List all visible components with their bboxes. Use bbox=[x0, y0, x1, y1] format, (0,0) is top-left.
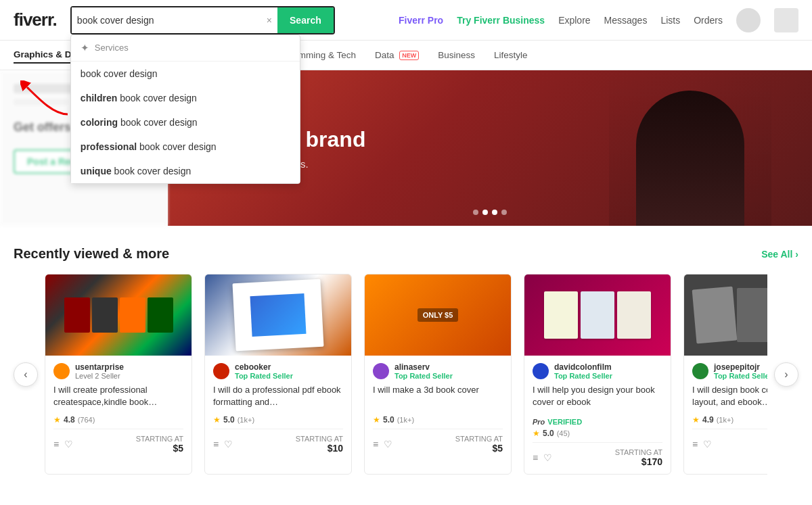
card-1-avatar bbox=[53, 363, 70, 379]
card-4-footer: ≡ ♡ STARTING AT $170 bbox=[533, 442, 662, 467]
card-4-starting-at-label: STARTING AT bbox=[615, 448, 662, 456]
card-2-seller-name[interactable]: cebooker bbox=[235, 362, 343, 372]
dropdown-item-0[interactable]: book cover design bbox=[71, 62, 300, 86]
heart-icon[interactable]: ♡ bbox=[703, 439, 712, 450]
card-3-seller-info: alinaserv Top Rated Seller bbox=[394, 362, 503, 380]
nav-fiverr-business[interactable]: Try Fiverr Business bbox=[457, 15, 545, 26]
compass-icon: ✦ bbox=[81, 42, 89, 54]
card-3-body: alinaserv Top Rated Seller I will make a… bbox=[365, 356, 511, 460]
bold-text-4: unique bbox=[81, 166, 112, 176]
card-2-avatar bbox=[213, 363, 229, 379]
card-3-footer: ≡ ♡ STARTING AT $5 bbox=[373, 429, 503, 454]
hero-dot-4[interactable] bbox=[501, 210, 507, 215]
card-2-price-container: STARTING AT $10 bbox=[296, 435, 343, 454]
card-5-actions: ≡ ♡ bbox=[692, 439, 712, 450]
search-input[interactable] bbox=[72, 7, 261, 33]
hero-dot-1[interactable] bbox=[473, 210, 478, 215]
card-1-seller-name[interactable]: usentarprise bbox=[75, 362, 183, 372]
chevron-right-icon: › bbox=[795, 249, 798, 260]
card-3-rating-count: (1k+) bbox=[397, 416, 414, 424]
card-1-footer: ≡ ♡ STARTING AT $5 bbox=[53, 429, 183, 454]
heart-icon[interactable]: ♡ bbox=[64, 439, 73, 450]
menu-icon[interactable]: ≡ bbox=[53, 439, 59, 450]
card-4-seller-name[interactable]: davidcolonfilm bbox=[554, 362, 662, 372]
nav-fiverr-pro[interactable]: Fiverr Pro bbox=[399, 15, 443, 26]
card-1: usentarprise Level 2 Seller I will creat… bbox=[45, 274, 192, 475]
card-1-title: I will create professional createspace,k… bbox=[53, 384, 183, 411]
hero-dot-2[interactable] bbox=[482, 210, 488, 215]
card-1-seller-info: usentarprise Level 2 Seller bbox=[75, 362, 183, 380]
star-icon: ★ bbox=[533, 429, 540, 438]
star-icon: ★ bbox=[692, 415, 700, 425]
search-button[interactable]: Search bbox=[277, 7, 334, 33]
card-2-rating: ★ 5.0 (1k+) bbox=[213, 415, 343, 425]
dropdown-item-1[interactable]: children book cover design bbox=[71, 86, 300, 110]
card-5-seller-name[interactable]: josepepitojr bbox=[714, 362, 767, 372]
menu-icon[interactable]: ≡ bbox=[213, 439, 219, 450]
card-3-title: I will make a 3d book cover bbox=[373, 384, 503, 411]
card-1-seller-level: Level 2 Seller bbox=[75, 372, 183, 380]
menu-icon[interactable]: ≡ bbox=[533, 452, 538, 463]
bold-text-2: coloring bbox=[81, 117, 118, 128]
card-2-footer: ≡ ♡ STARTING AT $10 bbox=[213, 429, 343, 454]
cat-lifestyle[interactable]: Lifestyle bbox=[494, 47, 528, 63]
card-2-title: I will do a professional pdf ebook forma… bbox=[213, 384, 343, 411]
user-avatar[interactable] bbox=[736, 8, 761, 32]
dropdown-services-label: Services bbox=[95, 43, 129, 53]
nav-explore[interactable]: Explore bbox=[558, 15, 590, 26]
card-5-title: I will design book covers, interior layo… bbox=[692, 384, 767, 411]
card-5-image bbox=[684, 274, 767, 356]
heart-icon[interactable]: ♡ bbox=[224, 439, 233, 450]
dropdown-item-2[interactable]: coloring book cover design bbox=[71, 110, 300, 135]
heart-icon[interactable]: ♡ bbox=[543, 452, 552, 463]
card-5-rating: ★ 4.9 (1k+) bbox=[692, 415, 767, 425]
cards-prev-arrow[interactable]: ‹ bbox=[14, 362, 38, 387]
nav-orders[interactable]: Orders bbox=[694, 15, 723, 26]
see-all-text: See All bbox=[761, 249, 792, 260]
card-2-image bbox=[205, 274, 351, 356]
search-box: × Search bbox=[70, 6, 335, 34]
card-5-rating-val: 4.9 bbox=[702, 415, 714, 425]
cat-business[interactable]: Business bbox=[438, 47, 475, 63]
card-2-starting-at-label: STARTING AT bbox=[296, 435, 343, 443]
card-3-rating: ★ 5.0 (1k+) bbox=[373, 415, 503, 425]
bold-text-3: professional bbox=[81, 141, 137, 152]
card-2-seller-info: cebooker Top Rated Seller bbox=[235, 362, 343, 380]
card-4-seller-info: davidcolonfilm Top Rated Seller bbox=[554, 362, 662, 380]
card-5-avatar bbox=[692, 363, 708, 379]
card-3-rating-val: 5.0 bbox=[383, 415, 394, 425]
cat-data-label: Data bbox=[375, 50, 394, 60]
dropdown-item-3[interactable]: professional book cover design bbox=[71, 135, 300, 159]
dropdown-item-4[interactable]: unique book cover design bbox=[71, 159, 300, 183]
star-icon: ★ bbox=[53, 415, 61, 425]
menu-icon[interactable]: ≡ bbox=[692, 439, 698, 450]
card-3-price-container: STARTING AT $5 bbox=[455, 435, 503, 454]
card-4-title: I will help you design your book cover o… bbox=[533, 384, 662, 411]
user-avatar-2[interactable] bbox=[774, 8, 798, 32]
logo[interactable]: fiverr. bbox=[14, 9, 57, 30]
dropdown-services-header: ✦ Services bbox=[71, 35, 300, 62]
card-3-seller-level: Top Rated Seller bbox=[394, 372, 503, 380]
card-4-body: davidcolonfilm Top Rated Seller I will h… bbox=[524, 356, 671, 474]
heart-icon[interactable]: ♡ bbox=[384, 439, 392, 450]
menu-icon[interactable]: ≡ bbox=[373, 439, 378, 450]
nav-lists[interactable]: Lists bbox=[660, 15, 680, 26]
card-3-seller-name[interactable]: alinaserv bbox=[394, 362, 503, 372]
nav-messages[interactable]: Messages bbox=[604, 15, 648, 26]
see-all-link[interactable]: See All › bbox=[761, 249, 798, 260]
cards-next-arrow[interactable]: › bbox=[774, 362, 798, 387]
card-3: ONLY $5 alinaserv Top Rated Seller I wil… bbox=[364, 274, 512, 475]
cat-data[interactable]: Data NEW bbox=[375, 47, 419, 63]
card-4-image bbox=[524, 274, 671, 356]
card-1-rating-count: (764) bbox=[78, 416, 95, 424]
card-2-seller: cebooker Top Rated Seller bbox=[213, 362, 343, 380]
card-3-actions: ≡ ♡ bbox=[373, 439, 392, 450]
card-2-rating-val: 5.0 bbox=[223, 415, 235, 425]
card-3-image: ONLY $5 bbox=[365, 274, 511, 356]
recently-viewed-section: Recently viewed & more See All › ‹ bbox=[0, 226, 812, 488]
search-clear-icon[interactable]: × bbox=[261, 15, 277, 26]
cards-container: usentarprise Level 2 Seller I will creat… bbox=[45, 274, 767, 475]
card-1-image bbox=[45, 274, 191, 356]
hero-dot-3[interactable] bbox=[492, 210, 497, 215]
card-2-body: cebooker Top Rated Seller I will do a pr… bbox=[205, 356, 351, 460]
